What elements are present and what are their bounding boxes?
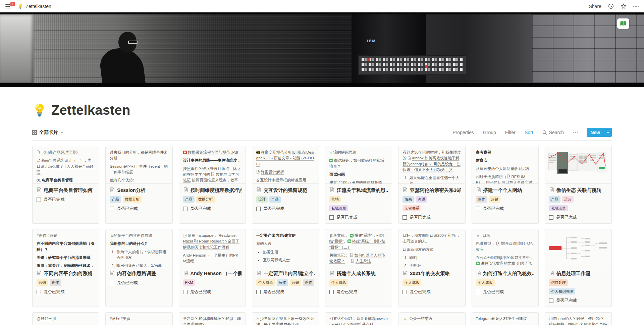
reading-mode-button[interactable] xyxy=(617,18,629,29)
card-body: 江流关于私域流量的思...营销私域流量是否已完成 xyxy=(325,184,392,223)
gallery-card[interactable]: 目标：朋友圈新认识200个和自己志同道合的人。认识新朋友的方式:1.即刻2.少数… xyxy=(398,229,465,307)
gallery-card[interactable]: 江流的解题思路面试解题：如何做品牌的私域流量？面试问题建立了100万用户的微信群… xyxy=(325,146,392,224)
card-title: Andy Henson （一个播... xyxy=(183,270,241,277)
preview-line: 关联笔记： 如何打造个人的飞轮效应？ 、 人生乘法 xyxy=(329,253,388,264)
gallery-card[interactable]: #创作 #营销在不同的内容平台如何做营销（涨粉）？关键：研究每个平台的流量来源微… xyxy=(32,229,99,307)
inline-link[interactable]: 人生乘法 xyxy=(356,259,371,263)
inline-link[interactable]: 讲解飞轮效应的文章 xyxy=(481,261,516,265)
checkbox-unchecked[interactable] xyxy=(402,215,407,220)
gallery-card[interactable]: 参考案例詹育安从詹育安的个人网站里收到启发相对于纸质简历（RESUME），电子简… xyxy=(472,146,539,224)
card-title: Session分析 xyxy=(110,187,168,194)
gallery-card[interactable]: 《电商产品经理宝典》商品管理系统设计（一）：类目设计怎么做？ | 人人都是产品经… xyxy=(32,146,99,224)
new-dropdown-icon[interactable] xyxy=(604,128,612,137)
tag-pill: 私域流量 xyxy=(549,205,568,212)
gallery-card[interactable]: 弹窗交互规范分析|UI|观点|DesigneR_D - 原创文章 - 站酷 (Z… xyxy=(252,146,319,224)
page-icon xyxy=(37,270,42,277)
checkbox-unchecked[interactable] xyxy=(329,290,334,294)
breadcrumb[interactable]: 💡 Zettelkasten xyxy=(17,4,51,9)
share-button[interactable]: Share xyxy=(589,4,601,9)
group-button[interactable]: Group xyxy=(483,130,496,135)
checkbox-label: 是否已完成 xyxy=(44,289,65,295)
page-link-icon xyxy=(496,241,500,247)
view-selector[interactable]: 全部卡片 xyxy=(32,129,63,136)
page-link-icon xyxy=(408,155,411,161)
gallery-card[interactable]: 用iPhone拍人的时候，使用2X的镜头拍摄，拍摄出来的照片会更好 xyxy=(545,312,612,325)
checkbox-unchecked[interactable] xyxy=(402,290,407,294)
inline-link[interactable]: 弹窗交互规范分析|UI|观点|DesigneR_D - 原创文章 - 站酷 (Z… xyxy=(256,150,314,166)
gallery-card[interactable]: 一定要产出内容/建立IP我的人设:•热爱生活•互联网职场人士一定要产出内容/建立… xyxy=(252,229,319,307)
tag-pill: 创作 xyxy=(50,279,61,286)
page-icon xyxy=(37,187,42,194)
search-button[interactable]: Search xyxy=(542,130,564,135)
inline-link[interactable]: 数据采集流程管理与规范 .Pdf xyxy=(188,150,238,154)
gallery-card[interactable]: ▶目录思维模型： 增强回路|或叫飞轮效应在公众号阿猫读书的这篇文章中，讲解飞轮效… xyxy=(472,229,539,307)
checkbox-unchecked[interactable] xyxy=(329,215,334,220)
preview-line: 江流的解题思路 xyxy=(329,150,388,155)
checkbox-unchecked[interactable] xyxy=(549,215,553,220)
gallery-card[interactable]: 青少年预防近视几乎唯一有效的办法：每天两小时户外活动。 xyxy=(252,312,319,325)
gallery-card[interactable]: @硅谷王川我觉得一些有效实用的想法，概念 xyxy=(32,312,99,325)
gallery-card[interactable]: 数据采集流程管理与规范 .Pdf设计事件的思路——事件流维度：按照事件的维度来设… xyxy=(179,146,246,224)
preview-text: 按照页面维度来埋点，效率 xyxy=(191,178,238,182)
checkbox-unchecked[interactable] xyxy=(110,207,114,211)
gallery-card[interactable]: 我的多平台内容创作思路我创作的目的是什么?1.作为个人的名片：认识志同道合的朋友… xyxy=(105,229,172,307)
checkbox-unchecked[interactable] xyxy=(256,207,261,211)
inline-link[interactable]: 《电商产品经理宝典》 xyxy=(41,150,80,154)
gallery-card[interactable]: 回答这个问题，首先要解释newsletter是什么？按照维基百科 xyxy=(325,312,392,325)
gallery-card[interactable]: 过去我们的分析，都是围绕事件来分析Session是区别于事件（event）的一种… xyxy=(105,146,172,224)
gallery-card[interactable]: •公众号结束语•newsletter结束语 xyxy=(398,312,465,325)
view-more-icon[interactable] xyxy=(573,132,578,133)
inline-link[interactable]: #inbox 如何高效快速地了解新的dating对象？ 目的是设定一些快速，但又… xyxy=(402,156,461,172)
lightbulb-page-icon[interactable]: 💡 xyxy=(32,103,47,117)
checkbox-unchecked[interactable] xyxy=(476,290,480,294)
card-body: 信息处理工作流信息处理个人知识管理是否已完成 xyxy=(545,267,611,306)
tag-pill: 营销 xyxy=(290,279,301,286)
inline-link[interactable]: @硅谷王川 xyxy=(37,317,56,321)
inline-link[interactable]: 使用 Instapaper、Readwise、Hazel 和 Roam Rese… xyxy=(183,233,239,249)
card-preview: 《电商产品经理宝典》商品管理系统设计（一）：类目设计怎么做？ | 人人都是产品经… xyxy=(33,146,99,184)
preview-text: 相对于纸质简历（ xyxy=(476,175,507,179)
sort-button[interactable]: Sort xyxy=(525,130,533,135)
inline-link[interactable]: 弹窗设计解析 xyxy=(261,170,284,174)
cover-image[interactable]: IBM xyxy=(0,12,644,87)
sidebar-toggle-icon[interactable]: 2 xyxy=(5,3,13,10)
checkbox-property: 是否已完成 xyxy=(549,298,607,304)
checkbox-unchecked[interactable] xyxy=(476,207,480,211)
checkbox-unchecked[interactable] xyxy=(549,299,553,303)
checkbox-unchecked[interactable] xyxy=(110,281,114,285)
checkbox-unchecked[interactable] xyxy=(37,290,41,294)
pdf-icon xyxy=(183,150,187,155)
gallery-card[interactable]: 微信生态 关联与跳转产品运营私域流量是否已完成 xyxy=(545,146,612,224)
preview-line: 看到这36个问的时候，和我整理过的 #inbox 如何高效快速地了解新的dati… xyxy=(402,150,461,173)
properties-button[interactable]: Properties xyxy=(452,130,474,135)
new-button[interactable]: New xyxy=(587,128,612,137)
checkbox-label: 是否已完成 xyxy=(190,206,211,212)
checkbox-label: 是否已完成 xyxy=(556,298,577,304)
gallery-card[interactable]: 看到这36个问的时候，和我整理过的 #inbox 如何高效快速地了解新的dati… xyxy=(398,146,465,224)
tag-row: 产品运营 xyxy=(549,196,607,203)
inline-link[interactable]: 商品管理系统设计（一）：类目设计怎么做？ | 人人都是产品经理 xyxy=(37,158,94,174)
checkbox-unchecked[interactable] xyxy=(37,198,41,202)
page-link-icon xyxy=(37,150,40,155)
gallery-card[interactable]: #旅行 #美食一般如果不熟悉的地方，就找 3.5- xyxy=(105,312,172,325)
gallery-card[interactable]: 学习新的知识和理解旧的知识，哪个更重要呢? xyxy=(179,312,246,325)
tag-pill: 营销 xyxy=(329,196,341,203)
preview-text: 参考案例 xyxy=(476,150,491,154)
gallery-card[interactable]: 信息处理工作流信息处理个人知识管理是否已完成 xyxy=(545,229,612,307)
gallery-card[interactable]: 使用 Instapaper、Readwise、Hazel 和 Roam Rese… xyxy=(179,229,246,307)
filter-button[interactable]: Filter xyxy=(505,130,516,135)
zcool-icon xyxy=(256,150,260,155)
gallery-card[interactable]: Telegram创始人37岁生日建议在刚刚迈入37岁之际，利他生 xyxy=(472,312,539,325)
favorite-star-icon[interactable] xyxy=(621,3,627,9)
more-options-icon[interactable] xyxy=(633,6,639,7)
toggle-triangle-icon[interactable]: ▶ xyxy=(478,234,479,238)
inline-link[interactable]: 面试解题：如何做品牌的私域流量？ xyxy=(329,158,384,168)
updates-clock-icon[interactable] xyxy=(608,3,614,9)
gallery-card[interactable]: 参考文献： 搭建“系统”，别纠结“目标”、搭建“系统”，别纠结“目标”（二）关联… xyxy=(325,229,392,307)
tag-pill: 沟通 xyxy=(416,196,427,203)
checkbox-unchecked[interactable] xyxy=(256,290,261,294)
preview-line: •互联网职场人士 xyxy=(256,257,315,263)
ibm-logo-text: IBM xyxy=(367,39,376,43)
checkbox-unchecked[interactable] xyxy=(183,290,187,294)
checkbox-unchecked[interactable] xyxy=(183,207,187,211)
